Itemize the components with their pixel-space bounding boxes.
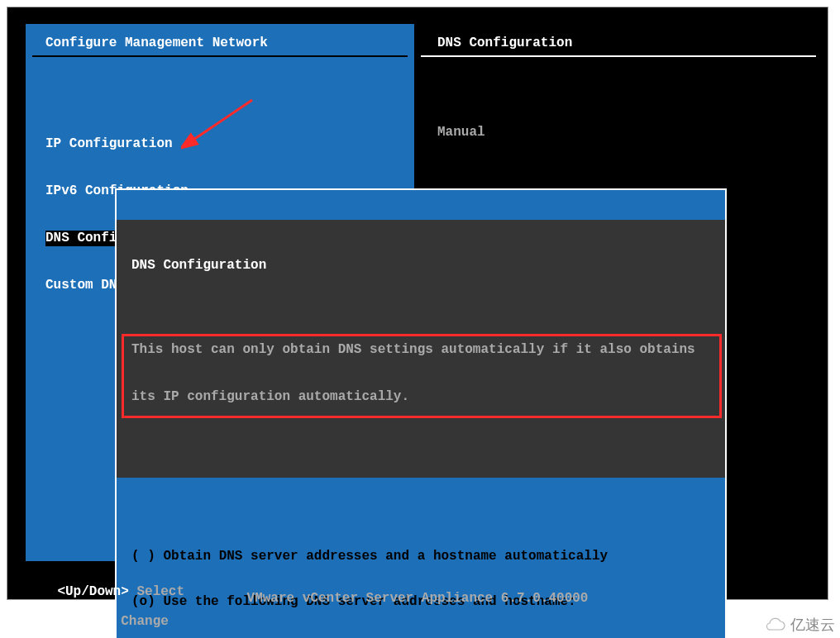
dialog-help-line2: its IP configuration automatically. [131, 389, 710, 405]
appliance-footer: VMware vCenter Server Appliance 6.7.0.40… [7, 591, 828, 606]
dialog-title: DNS Configuration [131, 258, 710, 273]
left-panel-title: Configure Management Network [45, 36, 268, 50]
cloud-icon [764, 617, 787, 632]
menu-item-ip-config[interactable]: IP Configuration [45, 136, 302, 152]
watermark: 亿速云 [764, 615, 835, 635]
left-divider [32, 55, 408, 57]
dns-mode: Manual [437, 125, 604, 140]
right-divider [421, 55, 816, 57]
right-panel-title: DNS Configuration [437, 36, 572, 50]
radio-auto[interactable]: ( ) Obtain DNS server addresses and a ho… [131, 549, 710, 564]
dialog-header: DNS Configuration This host can only obt… [117, 220, 725, 478]
console-screen: Configure Management Network DNS Configu… [7, 7, 828, 600]
dialog-help-line1: This host can only obtain DNS settings a… [131, 342, 710, 358]
